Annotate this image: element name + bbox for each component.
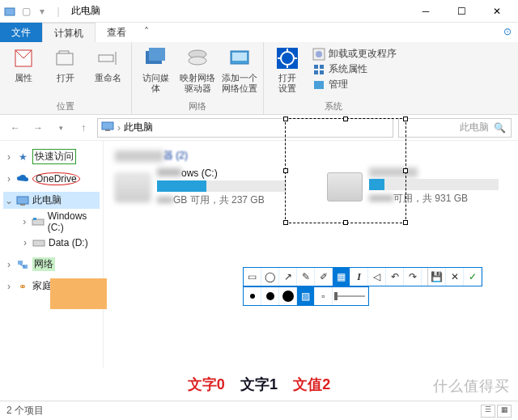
map-drive-button[interactable]: 映射网络 驱动器 — [180, 45, 214, 99]
tab-file[interactable]: 文件 — [0, 23, 42, 42]
svg-rect-19 — [314, 65, 318, 69]
svg-rect-10 — [232, 53, 247, 61]
app-icon — [3, 5, 16, 18]
status-bar: 2 个项目 ☰ ▦ — [0, 401, 518, 420]
svg-rect-24 — [102, 122, 113, 129]
svg-point-8 — [189, 57, 206, 65]
forward-button[interactable]: → — [29, 119, 47, 137]
close-button[interactable]: ✕ — [479, 0, 515, 23]
tool-cancel-icon[interactable]: ✕ — [446, 268, 464, 286]
svg-rect-28 — [32, 219, 44, 225]
back-button[interactable]: ← — [6, 119, 24, 137]
open-button[interactable]: 打开 — [49, 45, 83, 99]
slider[interactable] — [333, 287, 368, 305]
uninstall-button[interactable]: 卸载或更改程序 — [312, 47, 397, 61]
size-small-icon[interactable] — [244, 287, 261, 305]
group-system-label: 系统 — [270, 99, 397, 114]
svg-rect-31 — [18, 261, 23, 265]
tab-computer[interactable]: 计算机 — [42, 23, 96, 42]
svg-rect-27 — [20, 204, 25, 206]
up-button[interactable]: ↑ — [74, 119, 92, 137]
tool-arrow-icon[interactable]: ↗ — [279, 268, 297, 286]
svg-rect-2 — [57, 53, 73, 65]
view-tiles-icon[interactable]: ▦ — [497, 405, 512, 418]
ribbon-collapse-icon[interactable]: ˄ — [138, 23, 155, 42]
tool-marker-icon[interactable]: ✐ — [315, 268, 333, 286]
address-input[interactable]: › 此电脑 — [97, 118, 393, 138]
tool-text-icon[interactable]: I — [350, 268, 368, 286]
nav-tree: ›★快速访问 ›OneDrive ⌄此电脑 ›Windows (C:) ›Dat… — [0, 141, 104, 367]
tree-network[interactable]: ›网络 — [3, 256, 100, 273]
tree-this-pc[interactable]: ⌄此电脑 — [3, 192, 100, 209]
sysprops-button[interactable]: 系统属性 — [312, 62, 397, 76]
address-bar: ← → ▾ ↑ › 此电脑 此电脑🔍 — [0, 115, 518, 141]
snip-toolbar: ▭ ◯ ↗ ✎ ✐ ▦ I ◁ ↶ ↷ 💾 ✕ ✓ — [243, 267, 482, 286]
content-pane[interactable]: 器 (2) ows (C:) GB 可用，共 237 GB 可用，共 931 G… — [104, 141, 518, 367]
group-network-label: 网络 — [138, 99, 257, 114]
size-med-icon[interactable] — [261, 287, 279, 305]
svg-rect-20 — [320, 65, 324, 69]
ribbon: 属性 打开 重命名 位置 访问媒体 映射网络 驱动器 添加一个 网络位置 网络 … — [0, 42, 518, 115]
drive-c[interactable]: ows (C:) GB 可用，共 237 GB — [115, 168, 295, 207]
svg-rect-25 — [105, 129, 110, 131]
properties-button[interactable]: 属性 — [6, 45, 40, 99]
tool-rect-icon[interactable]: ▭ — [244, 268, 261, 286]
watermark: 什么值得买 — [433, 376, 510, 396]
view-details-icon[interactable]: ☰ — [481, 405, 495, 418]
tool-mosaic-icon[interactable]: ▦ — [333, 268, 350, 286]
tree-quick-access[interactable]: ›★快速访问 — [3, 147, 100, 166]
tool-undo-icon[interactable]: ↶ — [386, 268, 404, 286]
access-media-button[interactable]: 访问媒体 — [138, 45, 172, 99]
recent-button[interactable]: ▾ — [52, 119, 70, 137]
tree-onedrive[interactable]: ›OneDrive — [3, 171, 100, 187]
qat-item[interactable]: ▾ — [36, 5, 49, 18]
svg-rect-21 — [314, 70, 318, 74]
tool-ok-icon[interactable]: ✓ — [464, 268, 482, 286]
tool-pen-icon[interactable]: ✎ — [297, 268, 315, 286]
tool-eraser-icon[interactable]: ◁ — [368, 268, 386, 286]
pattern-square-icon[interactable]: ▫ — [315, 287, 333, 305]
drive-d[interactable]: 可用，共 931 GB — [327, 168, 507, 206]
tool-ellipse-icon[interactable]: ◯ — [261, 268, 279, 286]
tool-redo-icon[interactable]: ↷ — [404, 268, 422, 286]
ribbon-tabs: 文件 计算机 查看 ˄ ⊙ — [0, 23, 518, 42]
maximize-button[interactable]: ☐ — [444, 0, 479, 23]
qat-item[interactable]: ▢ — [19, 5, 32, 18]
svg-rect-22 — [320, 70, 324, 74]
size-large-icon[interactable] — [279, 287, 297, 305]
group-header[interactable]: 器 (2) — [115, 149, 507, 163]
open-settings-button[interactable]: 打开 设置 — [270, 45, 304, 94]
manage-button[interactable]: 管理 — [312, 78, 397, 91]
tree-drive-c[interactable]: ›Windows (C:) — [19, 209, 100, 235]
svg-rect-6 — [149, 48, 165, 61]
svg-point-18 — [316, 51, 322, 57]
svg-rect-0 — [5, 8, 15, 15]
svg-rect-30 — [33, 240, 45, 246]
svg-rect-23 — [314, 81, 324, 89]
search-icon: 🔍 — [494, 122, 506, 134]
window-title: 此电脑 — [71, 4, 100, 18]
tab-view[interactable]: 查看 — [96, 23, 138, 42]
snip-options: ▨ ▫ — [243, 286, 369, 306]
minimize-button[interactable]: ─ — [408, 0, 444, 23]
pc-icon — [101, 121, 114, 134]
pattern-hatch-icon[interactable]: ▨ — [297, 287, 315, 305]
help-icon[interactable]: ⊙ — [497, 23, 518, 42]
group-location-label: 位置 — [6, 99, 125, 114]
svg-rect-3 — [99, 55, 113, 62]
tree-drive-d[interactable]: ›Data (D:) — [19, 235, 100, 251]
search-input[interactable]: 此电脑🔍 — [398, 118, 512, 138]
add-location-button[interactable]: 添加一个 网络位置 — [223, 45, 257, 99]
svg-rect-26 — [17, 197, 28, 204]
tool-save-icon[interactable]: 💾 — [428, 268, 446, 286]
annotation-block — [50, 278, 107, 309]
rename-button[interactable]: 重命名 — [91, 45, 125, 99]
titlebar: ▢ ▾ | 此电脑 ─ ☐ ✕ — [0, 0, 518, 23]
svg-rect-29 — [33, 218, 36, 220]
